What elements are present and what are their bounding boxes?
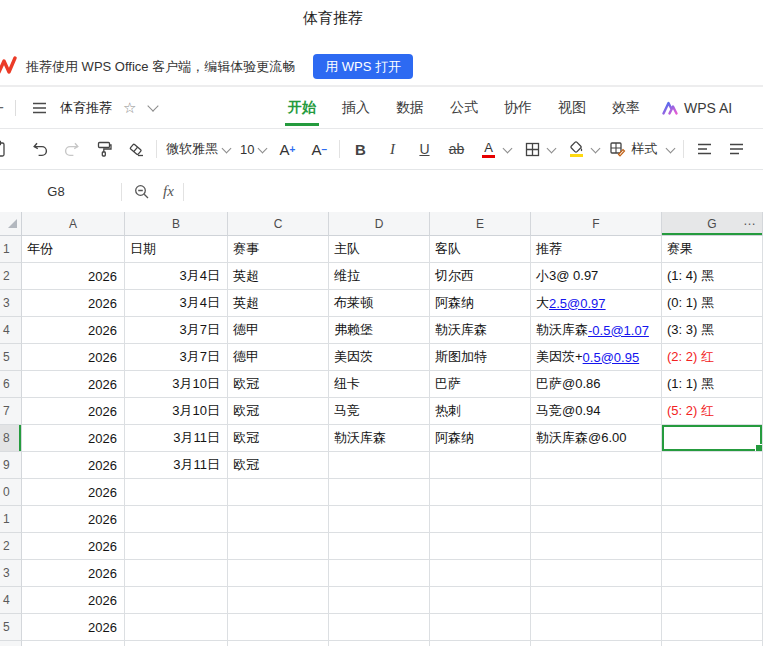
row-header-2[interactable]: 2 <box>0 263 22 290</box>
cell-F8[interactable]: 勒沃库森@6.00 <box>531 425 662 452</box>
tab-home[interactable]: 开始 <box>288 99 316 117</box>
cell-D15[interactable] <box>329 614 430 641</box>
cell-G13[interactable] <box>662 560 763 587</box>
cell-D1[interactable]: 主队 <box>329 236 430 263</box>
new-tab-plus-icon[interactable]: + <box>0 98 4 117</box>
font-color-chevron-down-icon[interactable] <box>503 143 513 153</box>
doc-menu-chevron-down-icon[interactable] <box>147 100 158 111</box>
cell-F7[interactable]: 马竞@0.94 <box>531 398 662 425</box>
font-color-button[interactable]: A <box>477 136 499 162</box>
cell-E11[interactable] <box>430 506 531 533</box>
cell-B6[interactable]: 3月10日 <box>125 371 228 398</box>
cell-B16[interactable] <box>125 641 228 646</box>
column-header-B[interactable]: B <box>125 212 228 236</box>
cell-G9[interactable] <box>662 452 763 479</box>
hamburger-menu-icon[interactable] <box>27 96 51 120</box>
cell-C10[interactable] <box>228 479 329 506</box>
align-top-button[interactable] <box>693 136 715 162</box>
fill-color-chevron-down-icon[interactable] <box>591 143 601 153</box>
cell-A5[interactable]: 2026 <box>22 344 125 371</box>
cell-D6[interactable]: 纽卡 <box>329 371 430 398</box>
cell-D13[interactable] <box>329 560 430 587</box>
cell-C15[interactable] <box>228 614 329 641</box>
cell-E5[interactable]: 斯图加特 <box>430 344 531 371</box>
cell-E1[interactable]: 客队 <box>430 236 531 263</box>
cell-G5[interactable]: (2: 2) 红 <box>662 344 763 371</box>
cell-B12[interactable] <box>125 533 228 560</box>
cell-E16[interactable] <box>430 641 531 646</box>
cell-E13[interactable] <box>430 560 531 587</box>
cell-D12[interactable] <box>329 533 430 560</box>
fill-handle[interactable] <box>755 444 762 451</box>
cell-A12[interactable]: 2026 <box>22 533 125 560</box>
favorite-star-icon[interactable]: ☆ <box>123 99 136 117</box>
font-size-select[interactable]: 10 <box>240 142 266 157</box>
tab-efficiency[interactable]: 效率 <box>612 99 640 117</box>
cell-B8[interactable]: 3月11日 <box>125 425 228 452</box>
cell-G6[interactable]: (1: 1) 黑 <box>662 371 763 398</box>
cell-C6[interactable]: 欧冠 <box>228 371 329 398</box>
clear-format-icon[interactable] <box>125 136 147 162</box>
tab-formulas[interactable]: 公式 <box>450 99 478 117</box>
row-header-6[interactable]: 6 <box>0 371 22 398</box>
cell-E15[interactable] <box>430 614 531 641</box>
open-in-wps-button[interactable]: 用 WPS 打开 <box>313 54 413 79</box>
cell-E8[interactable]: 阿森纳 <box>430 425 531 452</box>
select-all-corner[interactable] <box>0 212 22 236</box>
tab-insert[interactable]: 插入 <box>342 99 370 117</box>
cell-G16[interactable] <box>662 641 763 646</box>
cell-B13[interactable] <box>125 560 228 587</box>
cell-B5[interactable]: 3月7日 <box>125 344 228 371</box>
row-header-7[interactable]: 7 <box>0 398 22 425</box>
cell-C1[interactable]: 赛事 <box>228 236 329 263</box>
cell-G2[interactable]: (1: 4) 黑 <box>662 263 763 290</box>
cell-D9[interactable] <box>329 452 430 479</box>
cell-A11[interactable]: 2026 <box>22 506 125 533</box>
cell-F6[interactable]: 巴萨@0.86 <box>531 371 662 398</box>
cell-B11[interactable] <box>125 506 228 533</box>
cell-F12[interactable] <box>531 533 662 560</box>
column-header-A[interactable]: A <box>22 212 125 236</box>
cell-E7[interactable]: 热刺 <box>430 398 531 425</box>
cell-D10[interactable] <box>329 479 430 506</box>
cell-E9[interactable] <box>430 452 531 479</box>
italic-button[interactable]: I <box>381 136 403 162</box>
row-header-4[interactable]: 4 <box>0 317 22 344</box>
cell-G15[interactable] <box>662 614 763 641</box>
tab-wps-ai[interactable]: WPS AI <box>662 100 732 116</box>
cell-F15[interactable] <box>531 614 662 641</box>
column-header-F[interactable]: F <box>531 212 662 236</box>
cell-B15[interactable] <box>125 614 228 641</box>
row-header-14[interactable]: 4 <box>0 587 22 614</box>
row-header-16[interactable]: 6 <box>0 641 22 646</box>
cell-A3[interactable]: 2026 <box>22 290 125 317</box>
cell-E2[interactable]: 切尔西 <box>430 263 531 290</box>
cell-C12[interactable] <box>228 533 329 560</box>
cell-A10[interactable]: 2026 <box>22 479 125 506</box>
cell-F4[interactable]: 勒沃库森-0.5@1.07 <box>531 317 662 344</box>
cell-G11[interactable] <box>662 506 763 533</box>
cell-C13[interactable] <box>228 560 329 587</box>
borders-button[interactable] <box>521 136 543 162</box>
cell-C2[interactable]: 英超 <box>228 263 329 290</box>
cell-E14[interactable] <box>430 587 531 614</box>
cell-B4[interactable]: 3月7日 <box>125 317 228 344</box>
align-middle-button[interactable] <box>725 136 747 162</box>
insert-function-button[interactable]: fx <box>163 183 174 200</box>
cell-E10[interactable] <box>430 479 531 506</box>
cell-C7[interactable]: 欧冠 <box>228 398 329 425</box>
redo-button[interactable] <box>61 136 83 162</box>
row-header-8[interactable]: 8 <box>0 425 22 452</box>
tab-view[interactable]: 视图 <box>558 99 586 117</box>
cell-C16[interactable] <box>228 641 329 646</box>
cell-C11[interactable] <box>228 506 329 533</box>
cell-D14[interactable] <box>329 587 430 614</box>
cell-D2[interactable]: 维拉 <box>329 263 430 290</box>
cell-B14[interactable] <box>125 587 228 614</box>
fill-color-button[interactable] <box>565 136 587 162</box>
cell-G8[interactable] <box>662 425 763 452</box>
cell-G4[interactable]: (3: 3) 黑 <box>662 317 763 344</box>
cell-A16[interactable]: 2026 <box>22 641 125 646</box>
cell-F11[interactable] <box>531 506 662 533</box>
styles-button[interactable]: 样式 <box>609 140 674 158</box>
